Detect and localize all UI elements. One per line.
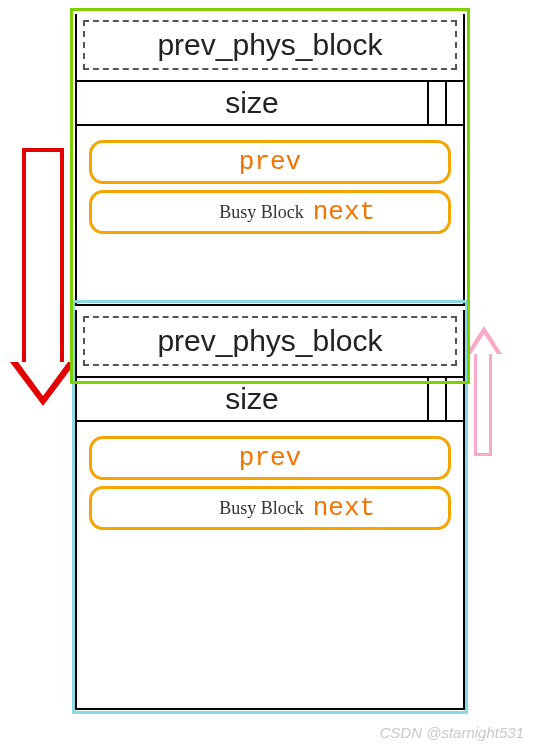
flag-bit-a-1 [427, 82, 445, 124]
next-label: next [313, 493, 375, 523]
watermark-text: CSDN @starnight531 [380, 724, 524, 741]
red-down-arrow-icon [22, 148, 64, 366]
next-pointer-2: Busy Block next [89, 486, 451, 530]
size-row-1: size [77, 80, 463, 126]
size-label: size [225, 86, 278, 119]
size-field-2: size [77, 378, 427, 420]
pink-up-arrow-inner-icon [471, 334, 497, 354]
memory-block-1: prev_phys_block size prev Busy Block nex… [75, 14, 465, 306]
size-label: size [225, 382, 278, 415]
payload-area-1: prev Busy Block next [77, 126, 463, 250]
pink-up-arrow-icon [474, 350, 492, 456]
next-pointer-1: Busy Block next [89, 190, 451, 234]
flag-bit-b-2 [445, 378, 463, 420]
size-field-1: size [77, 82, 427, 124]
prev-phys-block-field-2: prev_phys_block [83, 316, 457, 366]
red-down-arrow-inner-icon [18, 362, 68, 396]
next-label: next [313, 197, 375, 227]
memory-block-2: prev_phys_block size prev Busy Block nex… [75, 310, 465, 710]
prev-phys-block-label: prev_phys_block [157, 324, 382, 357]
busy-block-label: Busy Block [219, 498, 304, 519]
prev-pointer-2: prev [89, 436, 451, 480]
flag-bit-b-1 [445, 82, 463, 124]
diagram-canvas: { "block1": { "prev_phys_block": "prev_p… [0, 0, 538, 749]
busy-block-label: Busy Block [219, 202, 304, 223]
flag-bit-a-2 [427, 378, 445, 420]
prev-phys-block-field-1: prev_phys_block [83, 20, 457, 70]
prev-label: prev [239, 443, 301, 473]
prev-pointer-1: prev [89, 140, 451, 184]
prev-phys-block-label: prev_phys_block [157, 28, 382, 61]
payload-area-2: prev Busy Block next [77, 422, 463, 546]
size-row-2: size [77, 376, 463, 422]
prev-label: prev [239, 147, 301, 177]
